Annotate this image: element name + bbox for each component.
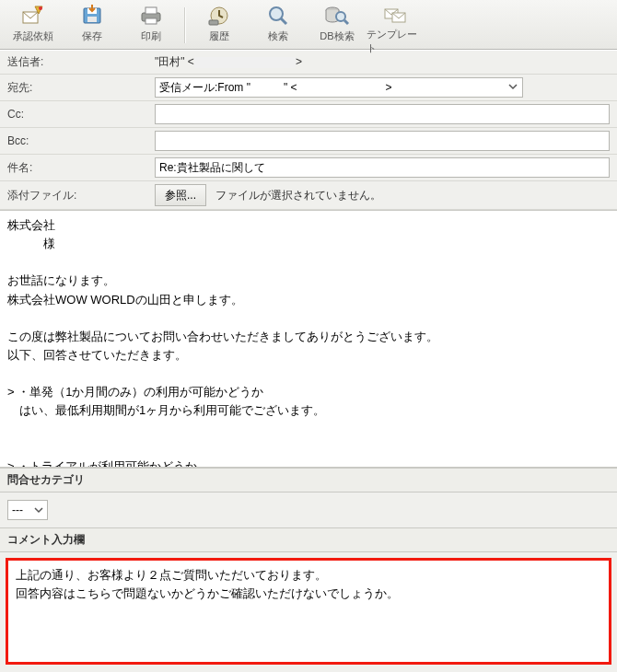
db-search-label: DB検索	[320, 29, 354, 43]
history-button[interactable]: 履歴	[190, 2, 249, 49]
svg-rect-4	[87, 17, 97, 22]
chevron-down-icon	[34, 505, 43, 515]
save-button[interactable]: 保存	[63, 2, 122, 49]
bcc-label: Bcc:	[7, 134, 155, 147]
sender-value: "田村" <>	[155, 54, 610, 70]
search-label: 検索	[268, 29, 288, 43]
email-body[interactable]: 株式会社 様 お世話になります。 株式会社WOW WORLDの山田と申します。 …	[0, 210, 617, 468]
approve-label: 承認依頼	[13, 29, 53, 43]
chevron-down-icon	[507, 81, 518, 92]
template-icon	[382, 4, 410, 26]
svg-point-12	[336, 12, 345, 21]
bcc-row: Bcc:	[0, 128, 617, 155]
svg-point-10	[270, 7, 283, 20]
sender-suffix: >	[296, 55, 302, 68]
category-header: 問合せカテゴリ	[0, 468, 617, 492]
save-icon	[78, 4, 106, 28]
to-row: 宛先: 受信メール:From " " < >	[0, 75, 617, 101]
template-button[interactable]: テンプレート	[367, 2, 425, 49]
print-label: 印刷	[141, 29, 161, 43]
subject-input[interactable]	[155, 157, 610, 178]
comment-input[interactable]: 上記の通り、お客様より２点ご質問いただいております。 回答内容はこちらで問題ない…	[6, 558, 611, 665]
save-label: 保存	[82, 29, 102, 43]
history-label: 履歴	[209, 29, 229, 43]
to-label: 宛先:	[7, 80, 155, 96]
sender-redacted	[194, 57, 296, 68]
db-search-icon	[323, 4, 351, 28]
sender-label: 送信者:	[7, 54, 155, 70]
cc-input[interactable]	[155, 104, 610, 124]
comment-header: コメント入力欄	[0, 527, 617, 552]
svg-rect-9	[209, 20, 218, 25]
db-search-button[interactable]: DB検索	[308, 2, 367, 49]
bcc-input[interactable]	[155, 131, 610, 151]
sender-row: 送信者: "田村" <>	[0, 51, 617, 75]
cc-row: Cc:	[0, 101, 617, 128]
attach-row: 添付ファイル: 参照... ファイルが選択されていません。	[0, 181, 617, 210]
svg-rect-6	[146, 7, 157, 14]
svg-point-1	[39, 6, 42, 10]
print-icon	[137, 4, 165, 28]
toolbar-separator	[184, 7, 186, 43]
category-row: ---	[0, 492, 617, 527]
toolbar: 承認依頼 保存 印刷 履歴 検索 DB検索 テンプレート	[0, 0, 617, 50]
subject-row: 件名:	[0, 155, 617, 181]
search-button[interactable]: 検索	[249, 2, 308, 49]
search-icon	[264, 4, 292, 28]
template-label: テンプレート	[367, 28, 425, 55]
category-select[interactable]: ---	[7, 500, 48, 520]
approve-request-button[interactable]: 承認依頼	[4, 2, 63, 49]
subject-label: 件名:	[7, 160, 155, 176]
history-icon	[205, 4, 233, 28]
cc-label: Cc:	[7, 108, 155, 121]
attach-note: ファイルが選択されていません。	[215, 188, 381, 203]
sender-prefix: "田村" <	[155, 55, 194, 68]
browse-button[interactable]: 参照...	[155, 184, 206, 206]
category-selected: ---	[12, 504, 23, 516]
to-select[interactable]: 受信メール:From " " < >	[155, 77, 523, 98]
svg-rect-7	[146, 18, 157, 24]
approve-icon	[19, 4, 47, 28]
print-button[interactable]: 印刷	[122, 2, 180, 49]
header-fields: 送信者: "田村" <> 宛先: 受信メール:From " " < > Cc: …	[0, 50, 617, 210]
attach-label: 添付ファイル:	[7, 188, 155, 203]
to-value: 受信メール:From " " < >	[159, 80, 392, 96]
